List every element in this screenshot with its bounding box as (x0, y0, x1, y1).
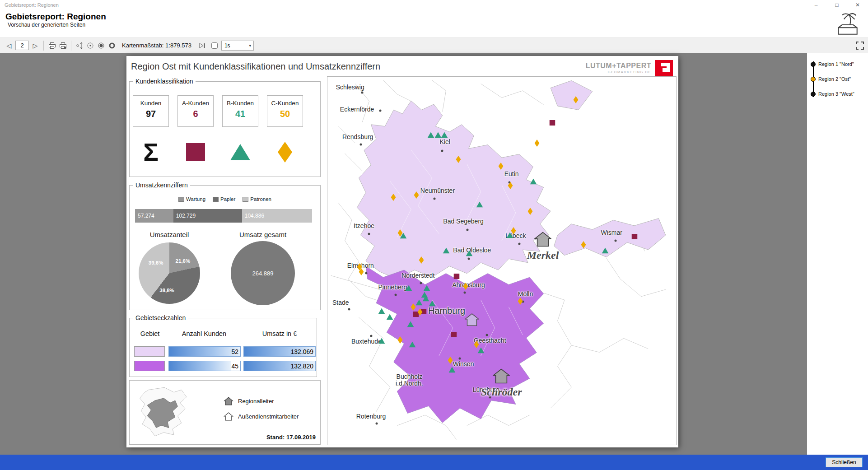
b-kunde-marker (424, 285, 430, 291)
stacked-bar-segment: 57.274 (135, 209, 173, 223)
umsatz-bar: 132.069 (243, 346, 316, 357)
legend-swatch (243, 197, 248, 202)
b-kunde-marker (530, 179, 537, 185)
c-kunde-marker (511, 227, 516, 234)
bottom-bar: Schließen (0, 455, 868, 470)
klassifikation-symbols: Σ (130, 132, 303, 172)
c-kunde-marker (474, 341, 479, 348)
interval-select[interactable]: 1s ▾ (221, 41, 254, 51)
gebiet-swatch (134, 346, 165, 357)
legend-swatch (213, 197, 219, 202)
city-dot (348, 308, 350, 311)
fullscreen-icon[interactable] (855, 41, 864, 50)
close-button[interactable]: ✕ (847, 0, 868, 10)
maximize-button[interactable]: □ (826, 0, 847, 10)
city-label: Kiel (439, 139, 450, 145)
a-kunde-marker (549, 120, 555, 126)
print-icon[interactable] (47, 40, 57, 51)
city-label: Bad Segeberg (443, 218, 484, 225)
c-kunde-marker (398, 336, 403, 344)
city-label: Eutin (504, 171, 519, 177)
zoom-point-icon[interactable] (85, 40, 96, 51)
zoom-selection-icon[interactable] (96, 40, 107, 51)
city-dot (466, 229, 468, 231)
legend-item: Papier (213, 196, 235, 202)
umsatzkennziffern-box: Umsatzkennziffern WartungPapierPatronen … (129, 185, 321, 310)
c-kunde-marker (463, 283, 468, 290)
city-dot (375, 422, 378, 424)
kpi-label: A-Kunden (178, 100, 213, 107)
city-dot (441, 149, 443, 152)
c-kunde-marker (574, 96, 579, 103)
legend-item-house-filled: Regionalleiter (224, 397, 299, 405)
region-pin-icon (811, 62, 816, 67)
city-dot (434, 197, 436, 200)
b-kunde-marker (429, 301, 436, 307)
stacked-bar: 57.274102.729104.886 (135, 209, 312, 223)
minimize-button[interactable]: – (806, 0, 826, 10)
pie-slice-label: 21,6% (176, 258, 191, 264)
a-kunde-marker (451, 332, 457, 337)
report-title: Region Ost mit Kundenklassifikationen un… (131, 61, 380, 72)
region-legend-item[interactable]: Region 2 "Ost" (811, 76, 851, 82)
region-legend-item[interactable]: Region 3 "West" (811, 91, 854, 97)
main-map[interactable]: SchleswigEckernfördeRendsburgKielNeumüns… (327, 76, 677, 445)
aussendienst-house-icon (465, 313, 479, 326)
b-kunde-marker (387, 314, 393, 320)
city-label: Neumünster (420, 187, 455, 194)
region-legend-item[interactable]: Region 1 "Nord" (811, 61, 854, 67)
city-dot (361, 92, 364, 94)
b-kunde-marker (441, 132, 448, 138)
kpi-card-b-kunden: B-Kunden41 (222, 95, 258, 127)
window-title: Gebietsreport: Regionen (5, 2, 59, 8)
sigma-icon: Σ (133, 132, 169, 172)
b-kunde-marker (378, 308, 385, 314)
table-row: 52132.069 (130, 346, 317, 358)
city-label: Buxtehude (351, 338, 382, 345)
box-title: Umsatzkennziffern (133, 181, 190, 189)
map-overlay: SchleswigEckernfördeRendsburgKielNeumüns… (327, 77, 676, 445)
overview-minimap (136, 385, 199, 438)
print-settings-icon[interactable] (57, 40, 68, 51)
city-dot (365, 272, 367, 275)
page-number-input[interactable] (15, 41, 29, 50)
city-label: Mölln (518, 291, 533, 298)
legend-label: Außendienstmitarbeiter (238, 413, 299, 420)
diamond-icon (267, 132, 303, 172)
city-dot (614, 240, 616, 242)
column-header: Gebiet (140, 330, 160, 337)
city-dot (379, 109, 382, 112)
legend-item: Wartung (178, 196, 205, 202)
header: Gebietsreport: Regionen Vorschau der gen… (0, 10, 868, 37)
kpi-label: B-Kunden (223, 100, 258, 107)
toolbar-checkbox[interactable] (211, 42, 218, 49)
toolbar: ◁ ▷ Kartenmaßstab: 1:879.573 1s ▾ (0, 37, 868, 53)
regionalleiter-house-icon (493, 369, 510, 384)
city-label: Winsen (453, 361, 474, 368)
next-page-button[interactable]: ▷ (30, 40, 41, 51)
b-kunde-marker (423, 295, 429, 301)
window-controls: – □ ✕ (806, 0, 868, 10)
vacation-planner-icon[interactable] (835, 11, 861, 37)
prev-page-button[interactable]: ◁ (4, 40, 14, 51)
report-page: Region Ost mit Kundenklassifikationen un… (126, 56, 678, 447)
b-kunde-marker (449, 367, 456, 372)
b-kunde-marker (443, 248, 450, 254)
step-forward-icon[interactable] (197, 40, 208, 51)
c-kunde-marker (518, 298, 523, 305)
city-label: Itzehoe (354, 223, 374, 229)
umsatz-gesamt-value: 264.889 (252, 270, 274, 277)
region-legend-label: Region 1 "Nord" (818, 61, 854, 67)
kunden-bar: 52 (168, 346, 241, 357)
stacked-bar-segment: 104.886 (242, 209, 312, 223)
zoom-full-extent-icon[interactable] (107, 40, 117, 51)
city-dot (464, 291, 466, 293)
schliessen-button[interactable]: Schließen (826, 457, 863, 467)
legend-label: Papier (220, 196, 235, 202)
gebietseckzahlen-box: Gebietseckzahlen GebietAnzahl KundenUmsa… (129, 318, 317, 377)
regionalleiter-name: Schröder (481, 386, 522, 398)
kundenklassifikation-box: Kundenklassifikation Kunden97A-Kunden6B-… (129, 81, 321, 177)
pan-vertical-icon[interactable] (74, 40, 85, 51)
toolbar-separator (71, 41, 71, 51)
c-kunde-marker (534, 140, 539, 147)
